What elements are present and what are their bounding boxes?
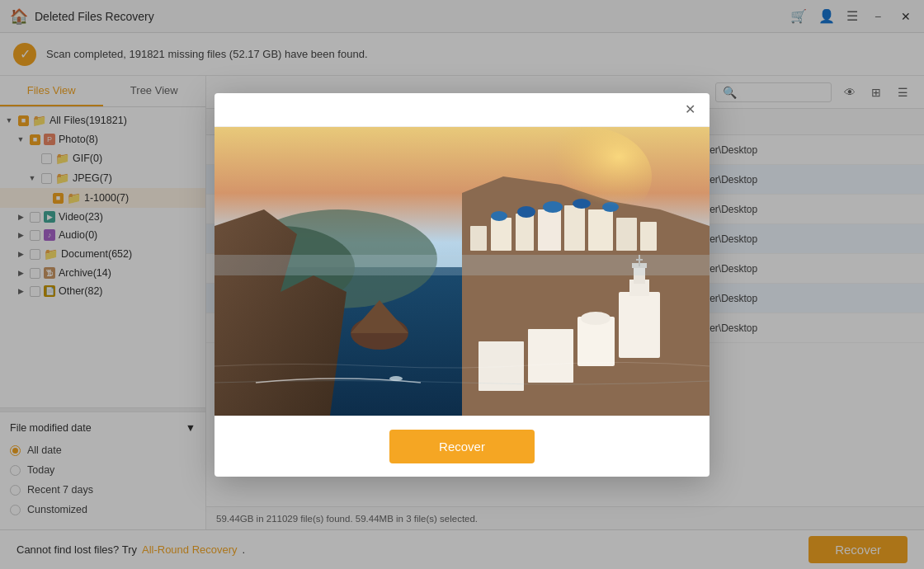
svg-point-17 (517, 206, 535, 218)
recover-button-modal[interactable]: Recover (389, 430, 535, 463)
modal-header: ✕ (214, 93, 710, 127)
svg-point-28 (581, 312, 610, 325)
modal-footer: Recover (214, 416, 710, 477)
svg-rect-14 (616, 218, 637, 251)
modal-overlay: ✕ (0, 0, 924, 569)
svg-point-32 (520, 127, 652, 226)
preview-modal: ✕ (214, 93, 710, 477)
preview-image (214, 127, 710, 416)
svg-rect-9 (491, 218, 512, 251)
svg-rect-29 (528, 329, 573, 383)
svg-rect-8 (470, 226, 487, 251)
svg-point-16 (491, 211, 507, 221)
svg-rect-33 (214, 255, 710, 275)
svg-rect-10 (516, 214, 534, 251)
svg-point-31 (389, 376, 403, 381)
svg-rect-21 (619, 292, 660, 358)
svg-rect-15 (640, 222, 657, 251)
modal-close-button[interactable]: ✕ (680, 100, 700, 120)
